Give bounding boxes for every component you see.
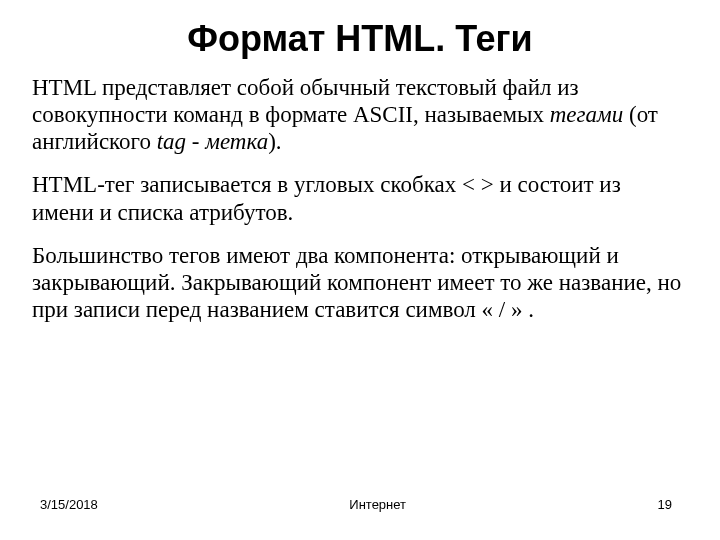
paragraph-2: HTML-тег записывается в угловых скобках … (32, 171, 688, 225)
footer-date: 3/15/2018 (40, 497, 98, 512)
p1-text-dash: - (186, 129, 205, 154)
paragraph-3: Большинство тегов имеют два компонента: … (32, 242, 688, 323)
p1-italic-metka: метка (205, 129, 268, 154)
p1-italic-tegami: тегами (550, 102, 623, 127)
p1-text-1: HTML представляет собой обычный текстовы… (32, 75, 579, 127)
footer-page-number: 19 (658, 497, 672, 512)
p1-text-end: ). (268, 129, 281, 154)
footer-center: Интернет (349, 497, 406, 512)
paragraph-1: HTML представляет собой обычный текстовы… (32, 74, 688, 155)
p1-italic-tag: tag (157, 129, 186, 154)
slide-footer: 3/15/2018 Интернет 19 (0, 497, 720, 512)
slide-title: Формат HTML. Теги (32, 18, 688, 60)
